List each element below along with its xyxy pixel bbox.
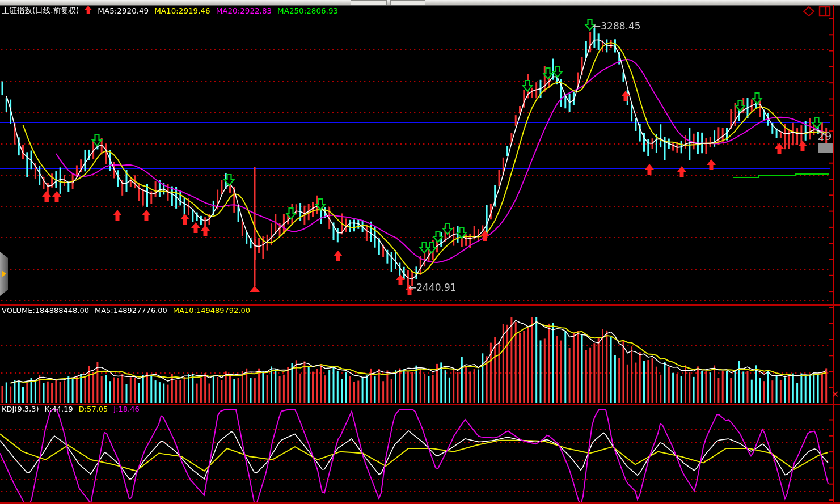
split-window-icon[interactable]: [818, 6, 831, 19]
ma5-readout: MA5:2920.49: [98, 6, 149, 15]
kdj-chart-canvas[interactable]: [0, 405, 840, 502]
sidebar-expand-handle[interactable]: [0, 252, 8, 296]
price-chart-canvas[interactable]: [0, 5, 840, 304]
kdj-panel-header: KDJ(9,3,3) K:44.19 D:57.05 J:18.46: [2, 405, 140, 413]
volume-readout: VOLUME:184888448.00: [2, 306, 89, 315]
price-panel: [0, 5, 840, 304]
ma250-readout: MA250:2806.93: [277, 6, 338, 15]
toolbar-button[interactable]: [351, 0, 387, 5]
toolbar-button[interactable]: [390, 0, 425, 5]
volume-ma5-readout: MA5:148927776.00: [95, 306, 167, 315]
kdj-panel: [0, 404, 840, 504]
diamond-tool-icon[interactable]: [803, 6, 815, 19]
kdj-k-readout: K:44.19: [45, 405, 73, 413]
instrument-title: 上证指数(日线.前复权): [2, 6, 79, 16]
high-price-annotation: ←3288.45: [593, 20, 641, 32]
volume-chart-canvas[interactable]: [0, 306, 840, 404]
trading-app-window: 上证指数(日线.前复权) MA5:2920.49 MA10:2919.46 MA…: [0, 0, 840, 504]
low-price-annotation: ←2440.91: [408, 282, 457, 293]
volume-panel: [0, 304, 840, 404]
buy-signal-icon: [85, 6, 92, 16]
close-panel-button[interactable]: ✕: [831, 389, 839, 400]
volume-ma10-readout: MA10:149489792.00: [173, 306, 250, 315]
current-price-tag: [818, 143, 833, 153]
ma10-readout: MA10:2919.46: [154, 6, 210, 15]
kdj-j-readout: J:18.46: [113, 405, 139, 413]
ma20-readout: MA20:2922.83: [216, 6, 272, 15]
axis-price-label: 29: [817, 129, 831, 143]
kdj-d-readout: D:57.05: [79, 405, 108, 413]
kdj-title: KDJ(9,3,3): [2, 405, 39, 413]
volume-panel-header: VOLUME:184888448.00 MA5:148927776.00 MA1…: [2, 306, 250, 315]
expand-arrow-icon: [2, 270, 6, 277]
price-panel-header: 上证指数(日线.前复权) MA5:2920.49 MA10:2919.46 MA…: [2, 6, 338, 16]
